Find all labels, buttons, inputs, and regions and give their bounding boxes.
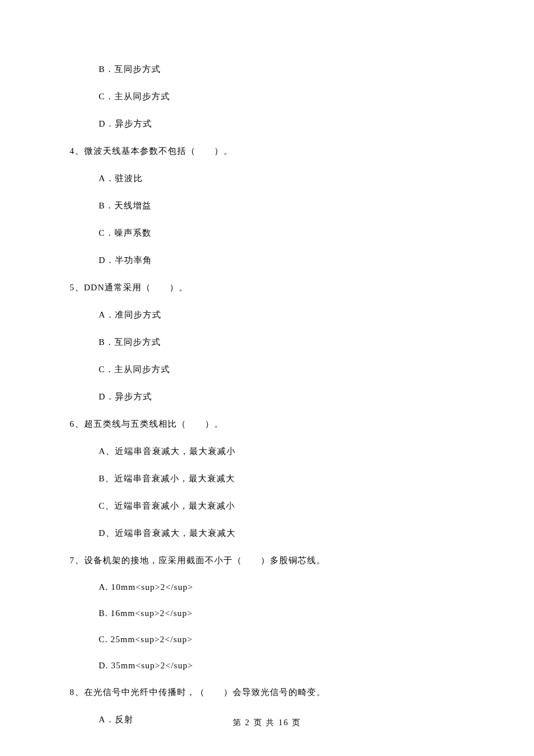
q8-stem: 8、在光信号中光纤中传播时，（ ）会导致光信号的畸变。: [70, 687, 464, 698]
q4-stem: 4、微波天线基本参数不包括（ ）。: [70, 146, 464, 157]
q5-option-a: A．准同步方式: [99, 309, 464, 321]
q5-stem: 5、DDN通常采用（ ）。: [70, 282, 464, 293]
q7-stem: 7、设备机架的接地，应采用截面不小于（ ）多股铜芯线。: [70, 555, 464, 566]
q7-option-d: D. 35mm<sup>2</sup>: [99, 661, 464, 671]
q7-option-c: C. 25mm<sup>2</sup>: [99, 635, 464, 645]
q4-option-b: B．天线增益: [99, 200, 464, 211]
page-body: B．互同步方式 C．主从同步方式 D．异步方式 4、微波天线基本参数不包括（ ）…: [0, 0, 534, 725]
q5-option-b: B．互同步方式: [99, 337, 464, 348]
q5-option-c: C．主从同步方式: [99, 364, 464, 375]
page-footer: 第 2 页 共 16 页: [0, 718, 534, 728]
q6-option-b: B、近端串音衰减小，最大衰减大: [99, 473, 464, 484]
q4-option-d: D．半功率角: [99, 255, 464, 266]
q5-option-d: D．异步方式: [99, 391, 464, 402]
q7-option-b: B. 16mm<sup>2</sup>: [99, 609, 464, 618]
q6-stem: 6、超五类线与五类线相比（ ）。: [70, 419, 464, 430]
q3-option-d: D．异步方式: [99, 118, 464, 129]
q6-option-a: A、近端串音衰减大，最大衰减小: [99, 446, 464, 457]
q6-option-c: C、近端串音衰减小，最大衰减小: [99, 501, 464, 512]
q4-option-a: A．驻波比: [99, 173, 464, 184]
q3-option-b: B．互同步方式: [99, 64, 464, 75]
q4-option-c: C．噪声系数: [99, 228, 464, 239]
q3-option-c: C．主从同步方式: [99, 91, 464, 102]
q6-option-d: D、近端串音衰减大，最大衰减大: [99, 528, 464, 539]
q7-option-a: A. 10mm<sup>2</sup>: [99, 582, 464, 592]
